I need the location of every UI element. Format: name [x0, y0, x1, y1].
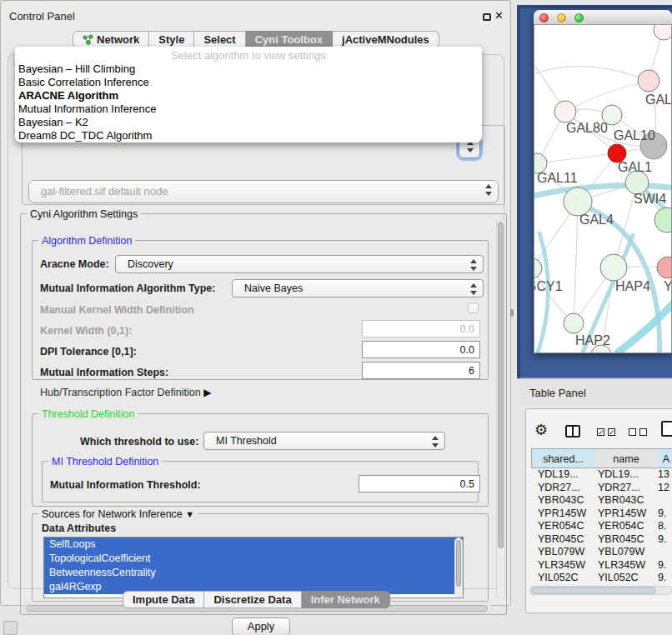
- algorithm-option[interactable]: Bayesian – Hill Climbing: [15, 62, 482, 76]
- network-node[interactable]: [564, 313, 584, 333]
- which-threshold-select[interactable]: MI Threshold: [203, 432, 445, 450]
- mi-threshold-input[interactable]: [359, 475, 480, 492]
- settings-group-title: Cyni Algorithm Settings: [27, 208, 141, 220]
- expanded-arrow-icon: ▼: [185, 509, 194, 519]
- network-node[interactable]: [654, 25, 671, 40]
- settings-vertical-scrollbar[interactable]: [496, 218, 505, 598]
- list-vertical-scrollbar[interactable]: [454, 538, 463, 598]
- data-attribute-item[interactable]: BetweennessCentrality: [44, 566, 463, 580]
- apply-button[interactable]: Apply: [232, 618, 290, 635]
- scrollbar-thumb[interactable]: [498, 222, 504, 548]
- scrollbar-thumb[interactable]: [531, 587, 656, 594]
- data-attribute-item[interactable]: TopologicalCoefficient: [44, 552, 463, 566]
- scrollbar-thumb[interactable]: [456, 540, 461, 587]
- zoom-traffic-light[interactable]: [574, 13, 584, 22]
- dock-panel-chip[interactable]: [3, 621, 18, 635]
- data-attribute-item[interactable]: SelfLoops: [44, 538, 463, 552]
- column-header-shared-name[interactable]: shared...: [531, 448, 595, 468]
- network-graph[interactable]: GALGAL80GAL10GAL1GAL11SWI4GAL4GCY1HAP4YH…: [534, 25, 671, 352]
- network-node[interactable]: [554, 101, 576, 122]
- table-cell: 9.: [658, 559, 666, 572]
- tab-discretize-data[interactable]: Discretize Data: [204, 591, 301, 608]
- which-threshold-value: MI Threshold: [216, 435, 277, 447]
- network-node[interactable]: [600, 254, 627, 281]
- column-header-partial[interactable]: A: [658, 448, 672, 468]
- manual-kernel-label: Manual Kernel Width Definition: [40, 303, 194, 317]
- aracne-mode-select[interactable]: Discovery: [115, 255, 484, 273]
- gear-icon[interactable]: ⚙: [534, 421, 548, 439]
- checked-checkbox-icon[interactable]: ✓: [597, 428, 604, 436]
- tab-network[interactable]: Network: [73, 31, 149, 48]
- tab-style[interactable]: Style: [149, 31, 194, 48]
- network-node[interactable]: [638, 70, 659, 92]
- dpi-tolerance-input[interactable]: [362, 341, 480, 358]
- node-label: GAL10: [614, 128, 655, 142]
- table-row[interactable]: YLR345WYLR345W9.: [531, 559, 672, 572]
- algorithm-option[interactable]: Mutual Information Inference: [15, 102, 482, 116]
- unchecked-checkbox-icon[interactable]: [639, 428, 647, 436]
- float-window-icon[interactable]: [483, 13, 491, 21]
- network-canvas[interactable]: GALGAL80GAL10GAL1GAL11SWI4GAL4GCY1HAP4YH…: [534, 25, 671, 352]
- stepper-icon: [432, 436, 439, 448]
- table-panel-title: Table Panel: [529, 387, 586, 399]
- table-row[interactable]: YBR045CYBR045C9.: [531, 533, 672, 547]
- table-row[interactable]: YBR043CYBR043C: [531, 494, 672, 508]
- network-edge: [534, 67, 649, 81]
- node-label: GAL11: [537, 171, 578, 185]
- data-attributes-label: Data Attributes: [42, 522, 116, 535]
- algorithm-option[interactable]: Bayesian – K2: [15, 116, 482, 129]
- table-row[interactable]: YIL052CYIL052C9.: [531, 572, 672, 585]
- tab-label: jActiveMNodules: [342, 32, 429, 48]
- table-row[interactable]: YBL079WYBL079W: [531, 546, 672, 559]
- network-node[interactable]: [564, 188, 592, 216]
- hub-definition-expander[interactable]: Hub/Transcription Factor Definition ▶: [40, 387, 211, 398]
- kernel-width-label: Kernel Width (0,1):: [40, 324, 132, 338]
- tab-impute-data[interactable]: Impute Data: [123, 591, 204, 608]
- table-cell: 9.: [658, 508, 666, 521]
- network-node[interactable]: [534, 258, 542, 278]
- table-row[interactable]: YPR145WYPR145W9.: [531, 508, 672, 521]
- node-label: HAP2: [575, 333, 610, 348]
- document-icon[interactable]: [661, 421, 672, 437]
- table-cell: YBL079W: [598, 546, 644, 559]
- mi-steps-input[interactable]: [362, 362, 480, 379]
- column-header-name[interactable]: name: [594, 448, 659, 468]
- network-node[interactable]: [657, 257, 671, 278]
- network-column-select[interactable]: gal-filtered.sif default node: [28, 180, 499, 203]
- algorithm-option[interactable]: Basic Correlation Inference: [15, 76, 482, 89]
- close-icon[interactable]: ✕: [494, 9, 504, 22]
- unchecked-checkbox-icon[interactable]: [629, 428, 636, 436]
- sources-group-title[interactable]: Sources for Network Inference ▼: [38, 508, 198, 520]
- table-row[interactable]: YDL19...YDL19...13: [531, 468, 672, 482]
- close-traffic-light[interactable]: [539, 13, 549, 22]
- table-row[interactable]: YDR27...YDR27...12: [531, 482, 672, 495]
- table-cell: YDR27...: [598, 482, 640, 495]
- algorithm-options: Bayesian – Hill ClimbingBasic Correlatio…: [15, 62, 482, 142]
- network-node[interactable]: [654, 208, 671, 232]
- tab-select[interactable]: Select: [194, 31, 245, 48]
- stepper-icon: [485, 184, 492, 196]
- table-cell: YLR345W: [538, 559, 585, 572]
- network-node[interactable]: [625, 171, 649, 194]
- bottom-tabs: Impute DataDiscretize DataInfer Network: [123, 591, 390, 608]
- mi-type-select[interactable]: Naive Bayes: [232, 279, 484, 298]
- network-window-titlebar[interactable]: [534, 10, 672, 25]
- data-attributes-list[interactable]: SelfLoopsTopologicalCoefficientBetweenne…: [43, 537, 464, 598]
- minimize-traffic-light[interactable]: [557, 13, 566, 22]
- algorithm-option[interactable]: Dream8 DC_TDC Algorithm: [15, 129, 482, 142]
- kernel-width-input[interactable]: [362, 320, 480, 338]
- manual-kernel-checkbox[interactable]: [468, 302, 479, 313]
- tab-jactivemnodules[interactable]: jActiveMNodules: [333, 31, 439, 48]
- table-cell: YER054C: [538, 520, 584, 533]
- table-cell: YIL052C: [598, 572, 639, 585]
- algorithm-option[interactable]: ARACNE Algorithm: [15, 89, 482, 102]
- table-cell: YBR045C: [538, 533, 584, 547]
- columns-icon[interactable]: [565, 425, 580, 438]
- checked-checkbox-icon[interactable]: ✓: [608, 428, 615, 436]
- tab-cyni-toolbox[interactable]: Cyni Toolbox: [246, 31, 333, 48]
- tab-label: Style: [158, 32, 184, 48]
- table-row[interactable]: YER054CYER054C8.: [531, 520, 672, 533]
- network-edge: [574, 202, 578, 323]
- tab-infer-network[interactable]: Infer Network: [302, 591, 390, 608]
- panel-splitter-handle[interactable]: [510, 309, 514, 317]
